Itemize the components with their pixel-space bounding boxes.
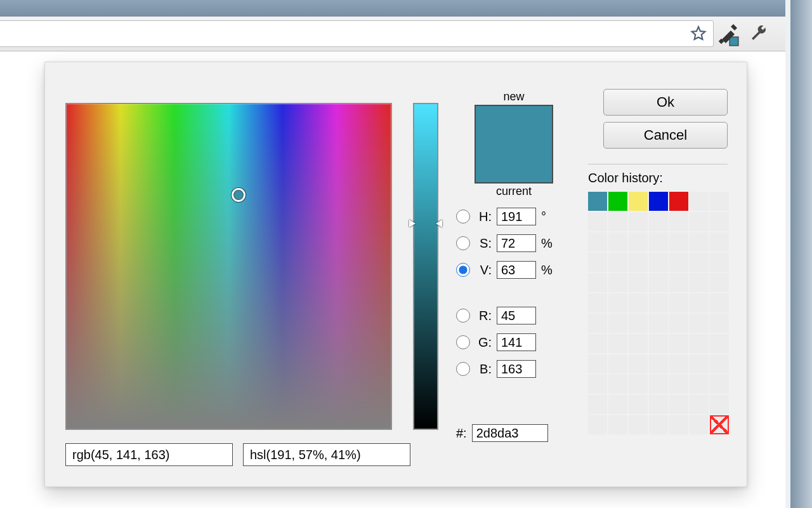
history-swatch[interactable] [608, 273, 627, 292]
history-swatch[interactable] [629, 375, 648, 394]
history-swatch[interactable] [710, 273, 729, 292]
history-swatch[interactable] [710, 192, 729, 211]
input-hex[interactable] [472, 424, 548, 442]
history-swatch[interactable] [710, 212, 729, 231]
history-swatch[interactable] [588, 354, 607, 373]
history-swatch[interactable] [608, 415, 627, 434]
output-rgb[interactable] [65, 443, 233, 466]
history-swatch[interactable] [710, 395, 729, 414]
history-swatch[interactable] [710, 334, 729, 353]
history-swatch[interactable] [669, 212, 688, 231]
radio-v[interactable] [456, 263, 470, 277]
input-b[interactable] [497, 360, 536, 378]
history-swatch[interactable] [710, 314, 729, 333]
history-swatch[interactable] [710, 232, 729, 251]
history-swatch[interactable] [649, 273, 668, 292]
history-swatch[interactable] [608, 375, 627, 394]
history-swatch[interactable] [690, 253, 709, 272]
history-swatch[interactable] [690, 273, 709, 292]
history-swatch[interactable] [629, 212, 648, 231]
input-v[interactable] [497, 261, 536, 279]
history-swatch[interactable] [649, 415, 668, 434]
ok-button[interactable]: Ok [603, 89, 728, 116]
history-clear-icon[interactable] [710, 415, 729, 434]
history-swatch[interactable] [629, 395, 648, 414]
history-swatch[interactable] [710, 375, 729, 394]
history-swatch[interactable] [669, 334, 688, 353]
history-swatch[interactable] [690, 232, 709, 251]
history-swatch[interactable] [588, 314, 607, 333]
history-swatch[interactable] [649, 212, 668, 231]
history-swatch[interactable] [608, 232, 627, 251]
omnibox[interactable] [0, 20, 714, 47]
wrench-icon[interactable] [747, 23, 769, 44]
history-swatch[interactable] [588, 232, 607, 251]
eyedropper-extension-icon[interactable] [714, 20, 742, 48]
history-swatch[interactable] [690, 314, 709, 333]
history-swatch[interactable] [649, 334, 668, 353]
history-swatch[interactable] [710, 253, 729, 272]
history-swatch[interactable] [649, 354, 668, 373]
history-swatch[interactable] [690, 415, 709, 434]
history-swatch[interactable] [588, 395, 607, 414]
history-swatch[interactable] [629, 334, 648, 353]
history-swatch[interactable] [588, 273, 607, 292]
output-hsl[interactable] [243, 443, 410, 466]
history-swatch[interactable] [588, 212, 607, 231]
history-swatch[interactable] [588, 415, 607, 434]
bookmark-star-icon[interactable] [689, 24, 708, 43]
history-swatch[interactable] [608, 253, 627, 272]
history-swatch[interactable] [649, 253, 668, 272]
history-swatch[interactable] [629, 415, 648, 434]
history-swatch[interactable] [690, 293, 709, 312]
history-swatch[interactable] [690, 375, 709, 394]
radio-r[interactable] [456, 309, 470, 323]
sv-field[interactable] [65, 103, 392, 430]
history-swatch[interactable] [629, 314, 648, 333]
history-swatch[interactable] [649, 293, 668, 312]
history-swatch[interactable] [690, 334, 709, 353]
history-swatch[interactable] [669, 354, 688, 373]
history-swatch[interactable] [608, 334, 627, 353]
history-swatch[interactable] [608, 192, 627, 211]
history-swatch[interactable] [669, 395, 688, 414]
history-swatch[interactable] [649, 314, 668, 333]
history-swatch[interactable] [710, 293, 729, 312]
history-swatch[interactable] [710, 354, 729, 373]
history-swatch[interactable] [669, 375, 688, 394]
history-swatch[interactable] [588, 375, 607, 394]
history-swatch[interactable] [629, 253, 648, 272]
history-swatch[interactable] [608, 395, 627, 414]
history-swatch[interactable] [629, 232, 648, 251]
history-swatch[interactable] [588, 293, 607, 312]
history-swatch[interactable] [629, 273, 648, 292]
cancel-button[interactable]: Cancel [603, 122, 728, 149]
history-swatch[interactable] [649, 192, 668, 211]
history-swatch[interactable] [669, 192, 688, 211]
radio-s[interactable] [456, 236, 470, 250]
history-swatch[interactable] [629, 293, 648, 312]
history-swatch[interactable] [669, 232, 688, 251]
history-swatch[interactable] [629, 354, 648, 373]
radio-b[interactable] [456, 362, 470, 376]
history-swatch[interactable] [669, 253, 688, 272]
history-swatch[interactable] [669, 273, 688, 292]
history-swatch[interactable] [588, 253, 607, 272]
history-swatch[interactable] [608, 293, 627, 312]
history-swatch[interactable] [669, 415, 688, 434]
history-swatch[interactable] [649, 232, 668, 251]
history-swatch[interactable] [649, 395, 668, 414]
radio-g[interactable] [456, 335, 470, 349]
history-swatch[interactable] [608, 354, 627, 373]
radio-h[interactable] [456, 210, 470, 224]
history-swatch[interactable] [588, 192, 607, 211]
history-swatch[interactable] [669, 293, 688, 312]
history-swatch[interactable] [629, 192, 648, 211]
history-swatch[interactable] [690, 395, 709, 414]
history-swatch[interactable] [649, 375, 668, 394]
input-g[interactable] [497, 333, 536, 351]
history-swatch[interactable] [608, 212, 627, 231]
input-h[interactable] [497, 208, 536, 225]
history-swatch[interactable] [690, 192, 709, 211]
history-swatch[interactable] [608, 314, 627, 333]
